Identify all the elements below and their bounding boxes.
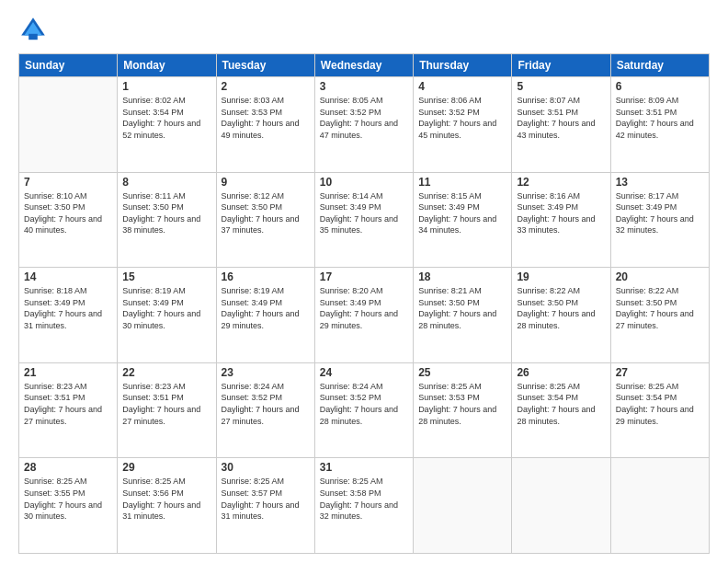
day-number: 7 xyxy=(24,176,112,189)
day-info: Sunrise: 8:09 AMSunset: 3:51 PMDaylight:… xyxy=(616,95,704,141)
calendar-week-row: 21Sunrise: 8:23 AMSunset: 3:51 PMDayligh… xyxy=(19,362,710,458)
calendar-cell: 1Sunrise: 8:02 AMSunset: 3:54 PMDaylight… xyxy=(118,77,216,173)
day-number: 12 xyxy=(517,176,605,189)
calendar-cell: 18Sunrise: 8:21 AMSunset: 3:50 PMDayligh… xyxy=(414,268,512,363)
day-info: Sunrise: 8:23 AMSunset: 3:51 PMDaylight:… xyxy=(24,381,112,427)
calendar-week-row: 7Sunrise: 8:10 AMSunset: 3:50 PMDaylight… xyxy=(19,172,710,268)
day-number: 8 xyxy=(122,176,210,189)
calendar-cell: 20Sunrise: 8:22 AMSunset: 3:50 PMDayligh… xyxy=(610,268,709,363)
day-number: 17 xyxy=(320,270,408,283)
day-info: Sunrise: 8:21 AMSunset: 3:50 PMDaylight:… xyxy=(418,285,506,331)
calendar-cell xyxy=(610,458,709,554)
logo-icon xyxy=(18,15,48,44)
day-number: 23 xyxy=(222,366,310,379)
day-info: Sunrise: 8:11 AMSunset: 3:50 PMDaylight:… xyxy=(122,190,210,236)
day-info: Sunrise: 8:19 AMSunset: 3:49 PMDaylight:… xyxy=(122,285,210,331)
calendar-cell: 9Sunrise: 8:12 AMSunset: 3:50 PMDaylight… xyxy=(216,172,314,268)
weekday-header: Thursday xyxy=(414,54,512,77)
day-info: Sunrise: 8:06 AMSunset: 3:52 PMDaylight:… xyxy=(418,95,506,141)
calendar-cell: 6Sunrise: 8:09 AMSunset: 3:51 PMDaylight… xyxy=(610,77,709,173)
day-info: Sunrise: 8:25 AMSunset: 3:56 PMDaylight:… xyxy=(122,476,210,522)
day-number: 3 xyxy=(320,80,408,93)
day-info: Sunrise: 8:25 AMSunset: 3:55 PMDaylight:… xyxy=(24,476,112,522)
page: SundayMondayTuesdayWednesdayThursdayFrid… xyxy=(0,0,728,563)
header xyxy=(18,15,710,44)
calendar-cell: 13Sunrise: 8:17 AMSunset: 3:49 PMDayligh… xyxy=(610,172,709,268)
day-info: Sunrise: 8:19 AMSunset: 3:49 PMDaylight:… xyxy=(222,285,310,331)
calendar-cell xyxy=(414,458,512,554)
calendar-cell: 12Sunrise: 8:16 AMSunset: 3:49 PMDayligh… xyxy=(512,172,610,268)
calendar-cell: 3Sunrise: 8:05 AMSunset: 3:52 PMDaylight… xyxy=(314,77,413,173)
calendar-cell: 28Sunrise: 8:25 AMSunset: 3:55 PMDayligh… xyxy=(19,458,118,554)
calendar-cell: 2Sunrise: 8:03 AMSunset: 3:53 PMDaylight… xyxy=(216,77,314,173)
day-number: 9 xyxy=(222,176,310,189)
day-number: 5 xyxy=(517,80,605,93)
day-number: 6 xyxy=(616,80,704,93)
weekday-header: Sunday xyxy=(19,54,118,77)
calendar-cell: 19Sunrise: 8:22 AMSunset: 3:50 PMDayligh… xyxy=(512,268,610,363)
calendar-cell: 7Sunrise: 8:10 AMSunset: 3:50 PMDaylight… xyxy=(19,172,118,268)
day-info: Sunrise: 8:25 AMSunset: 3:57 PMDaylight:… xyxy=(222,476,310,522)
calendar-cell: 10Sunrise: 8:14 AMSunset: 3:49 PMDayligh… xyxy=(314,172,413,268)
day-info: Sunrise: 8:05 AMSunset: 3:52 PMDaylight:… xyxy=(320,95,408,141)
calendar-cell: 5Sunrise: 8:07 AMSunset: 3:51 PMDaylight… xyxy=(512,77,610,173)
day-number: 14 xyxy=(24,270,112,283)
calendar-cell: 4Sunrise: 8:06 AMSunset: 3:52 PMDaylight… xyxy=(414,77,512,173)
day-number: 13 xyxy=(616,176,704,189)
calendar-cell: 15Sunrise: 8:19 AMSunset: 3:49 PMDayligh… xyxy=(118,268,216,363)
calendar-cell: 22Sunrise: 8:23 AMSunset: 3:51 PMDayligh… xyxy=(118,362,216,458)
calendar-cell: 17Sunrise: 8:20 AMSunset: 3:49 PMDayligh… xyxy=(314,268,413,363)
day-info: Sunrise: 8:23 AMSunset: 3:51 PMDaylight:… xyxy=(122,381,210,427)
day-info: Sunrise: 8:03 AMSunset: 3:53 PMDaylight:… xyxy=(222,95,310,141)
calendar-cell: 30Sunrise: 8:25 AMSunset: 3:57 PMDayligh… xyxy=(216,458,314,554)
day-number: 29 xyxy=(122,461,210,474)
day-info: Sunrise: 8:02 AMSunset: 3:54 PMDaylight:… xyxy=(122,95,210,141)
day-number: 25 xyxy=(418,366,506,379)
day-info: Sunrise: 8:25 AMSunset: 3:54 PMDaylight:… xyxy=(517,381,605,427)
day-number: 28 xyxy=(24,461,112,474)
day-info: Sunrise: 8:16 AMSunset: 3:49 PMDaylight:… xyxy=(517,190,605,236)
day-number: 19 xyxy=(517,270,605,283)
calendar-cell xyxy=(19,77,118,173)
weekday-header: Monday xyxy=(118,54,216,77)
day-info: Sunrise: 8:24 AMSunset: 3:52 PMDaylight:… xyxy=(320,381,408,427)
day-info: Sunrise: 8:25 AMSunset: 3:58 PMDaylight:… xyxy=(320,476,408,522)
calendar-cell: 21Sunrise: 8:23 AMSunset: 3:51 PMDayligh… xyxy=(19,362,118,458)
svg-rect-2 xyxy=(28,34,38,40)
calendar-cell: 25Sunrise: 8:25 AMSunset: 3:53 PMDayligh… xyxy=(414,362,512,458)
day-number: 11 xyxy=(418,176,506,189)
weekday-header: Friday xyxy=(512,54,610,77)
day-number: 2 xyxy=(222,80,310,93)
day-number: 4 xyxy=(418,80,506,93)
day-number: 10 xyxy=(320,176,408,189)
calendar-cell: 8Sunrise: 8:11 AMSunset: 3:50 PMDaylight… xyxy=(118,172,216,268)
day-info: Sunrise: 8:15 AMSunset: 3:49 PMDaylight:… xyxy=(418,190,506,236)
day-info: Sunrise: 8:18 AMSunset: 3:49 PMDaylight:… xyxy=(24,285,112,331)
day-number: 21 xyxy=(24,366,112,379)
calendar-body: 1Sunrise: 8:02 AMSunset: 3:54 PMDaylight… xyxy=(19,77,710,554)
day-number: 24 xyxy=(320,366,408,379)
day-number: 31 xyxy=(320,461,408,474)
day-number: 22 xyxy=(122,366,210,379)
calendar-week-row: 28Sunrise: 8:25 AMSunset: 3:55 PMDayligh… xyxy=(19,458,710,554)
day-info: Sunrise: 8:17 AMSunset: 3:49 PMDaylight:… xyxy=(616,190,704,236)
weekday-row: SundayMondayTuesdayWednesdayThursdayFrid… xyxy=(19,54,710,77)
day-number: 20 xyxy=(616,270,704,283)
day-number: 15 xyxy=(122,270,210,283)
day-info: Sunrise: 8:10 AMSunset: 3:50 PMDaylight:… xyxy=(24,190,112,236)
day-number: 16 xyxy=(222,270,310,283)
calendar-week-row: 1Sunrise: 8:02 AMSunset: 3:54 PMDaylight… xyxy=(19,77,710,173)
day-info: Sunrise: 8:25 AMSunset: 3:54 PMDaylight:… xyxy=(616,381,704,427)
calendar-cell: 23Sunrise: 8:24 AMSunset: 3:52 PMDayligh… xyxy=(216,362,314,458)
day-info: Sunrise: 8:20 AMSunset: 3:49 PMDaylight:… xyxy=(320,285,408,331)
calendar-cell: 29Sunrise: 8:25 AMSunset: 3:56 PMDayligh… xyxy=(118,458,216,554)
calendar-cell: 14Sunrise: 8:18 AMSunset: 3:49 PMDayligh… xyxy=(19,268,118,363)
weekday-header: Wednesday xyxy=(314,54,413,77)
calendar-cell: 24Sunrise: 8:24 AMSunset: 3:52 PMDayligh… xyxy=(314,362,413,458)
calendar-cell: 27Sunrise: 8:25 AMSunset: 3:54 PMDayligh… xyxy=(610,362,709,458)
day-number: 1 xyxy=(122,80,210,93)
calendar-header: SundayMondayTuesdayWednesdayThursdayFrid… xyxy=(19,54,710,77)
day-info: Sunrise: 8:22 AMSunset: 3:50 PMDaylight:… xyxy=(616,285,704,331)
calendar: SundayMondayTuesdayWednesdayThursdayFrid… xyxy=(18,53,710,554)
day-info: Sunrise: 8:25 AMSunset: 3:53 PMDaylight:… xyxy=(418,381,506,427)
